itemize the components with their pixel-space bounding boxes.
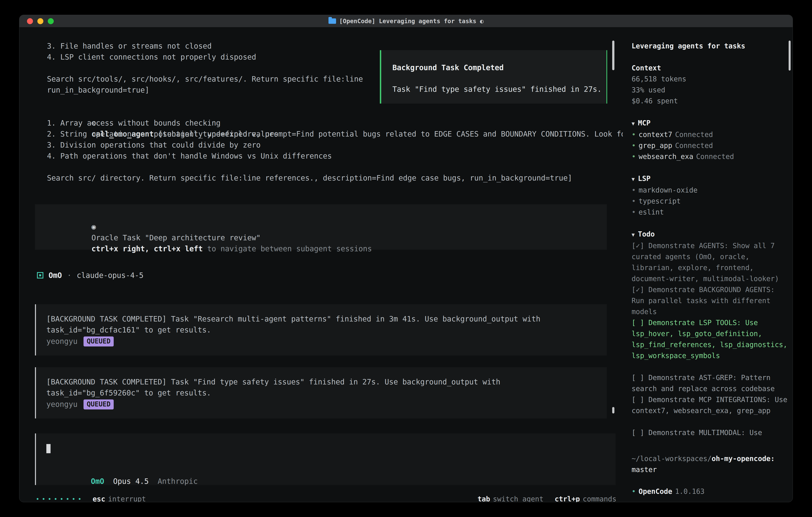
lsp-server-name: eslint (639, 208, 664, 216)
lsp-server-name: markdown-oxide (639, 186, 697, 194)
traffic-lights (27, 18, 54, 24)
toast-body: Task "Find type safety issues" finished … (393, 84, 606, 95)
commands-action-label: commands (583, 495, 616, 502)
mcp-server-status: Connected (696, 153, 734, 161)
mcp-item: •context7Connected (632, 129, 789, 140)
statusbar-right: tab switch agent ctrl+p commands (477, 495, 616, 502)
session-sidebar: Leveraging agents for tasks Context 66,5… (623, 27, 793, 502)
status-bar: •••••••• esc interrupt tab switch agent … (19, 494, 623, 502)
oracle-subagent-panel[interactable]: ◉ Oracle Task "Deep architecture review"… (35, 204, 607, 250)
bullet-icon: • (632, 487, 636, 495)
agent-square-icon (37, 272, 44, 278)
mcp-server-name: context7 (639, 131, 672, 139)
bullet-icon: • (632, 186, 636, 194)
esc-hint: esc interrupt (93, 495, 146, 502)
prompt-input[interactable]: OmO Opus 4.5 Anthropic (35, 433, 616, 485)
text-cursor (46, 444, 51, 453)
log-line: 1. Array access without bounds checking (47, 117, 623, 129)
titlebar: [OpenCode] Leveraging agents for tasks ◐ (19, 15, 793, 27)
mcp-server-status: Connected (675, 131, 713, 139)
folder-icon (328, 19, 336, 24)
todo-item-pending: [ ] Demonstrate AST-GREP: Pattern search… (632, 372, 789, 394)
input-model-name: Opus 4.5 (113, 477, 149, 486)
input-agent-name: OmO (91, 477, 104, 486)
todo-section-heading[interactable]: ▼Todo (632, 229, 789, 240)
tab-action-label: switch agent (493, 495, 544, 502)
sidebar-scrollbar-thumb[interactable] (789, 40, 791, 71)
session-title: Leveraging agents for tasks (632, 40, 789, 52)
bullet-icon: • (632, 153, 636, 161)
message-line: [BACKGROUND TASK COMPLETED] Task "Find t… (46, 377, 607, 387)
mcp-item: •websearch_exaConnected (632, 151, 789, 162)
tab-key-label: tab (477, 495, 490, 502)
todo-item-pending: [ ] Demonstrate MCP INTEGRATIONS: Use co… (632, 394, 789, 416)
spacer-line (47, 221, 607, 232)
message-author: yeongyu (46, 335, 78, 348)
log-line: 3. Division operations that could divide… (47, 140, 623, 151)
lsp-item: •typescript (632, 196, 789, 207)
chat-area: 3. File handles or streams not closed 4.… (19, 27, 623, 502)
input-meta-row: OmO Opus 4.5 Anthropic (46, 465, 616, 476)
message-line: task_id="bg_dcfac161" to get results. (46, 324, 607, 335)
agent-separator: · (67, 271, 71, 280)
chat-scrollbar-end-marker[interactable] (612, 407, 614, 413)
app-name: OpenCode (639, 487, 672, 495)
queued-message: [BACKGROUND TASK COMPLETED] Task "Resear… (35, 304, 607, 355)
lsp-item: •markdown-oxide (632, 185, 789, 196)
ctrlp-key-label: ctrl+p (555, 495, 580, 502)
lsp-section-heading[interactable]: ▼LSP (632, 173, 789, 185)
close-button[interactable] (27, 18, 33, 24)
todo-heading-label: Todo (638, 230, 655, 238)
oracle-task-title: Oracle Task "Deep architecture review" (91, 234, 261, 242)
message-line: [BACKGROUND TASK COMPLETED] Task "Resear… (46, 314, 607, 324)
shortcut-keys: ctrl+x right, ctrl+x left (91, 245, 203, 253)
log-line (47, 162, 623, 172)
context-used: 33% used (632, 85, 789, 96)
mcp-server-name: grep_app (639, 141, 672, 149)
message-meta-row: yeongyu QUEUED (46, 399, 607, 410)
shortcut-description: to navigate between subagent sessions (203, 245, 372, 253)
minimize-button[interactable] (37, 18, 44, 24)
content-area: 3. File handles or streams not closed 4.… (19, 27, 793, 502)
context-tokens: 66,518 tokens (632, 74, 789, 85)
app-version-row: •OpenCode1.0.163 (632, 486, 789, 497)
chevron-down-icon: ▼ (632, 176, 635, 182)
message-line: task_id="bg_6f59260c" to get results. (46, 387, 607, 399)
lsp-heading-label: LSP (638, 174, 650, 183)
input-provider-name: Anthropic (157, 477, 198, 486)
mcp-server-status: Connected (675, 141, 713, 149)
log-line: 4. Path operations that don't handle Win… (47, 151, 623, 162)
zoom-button[interactable] (48, 18, 54, 24)
log-line: Search src/ directory. Return specific f… (47, 172, 623, 184)
app-version: 1.0.163 (675, 487, 705, 495)
oracle-session-icon: ◉ (91, 222, 96, 231)
spacer (632, 162, 789, 173)
bullet-icon: • (632, 208, 636, 216)
esc-action-label: interrupt (108, 495, 146, 502)
tool-call-line: ⚙ call_omo_agent[subagent_type=explore, … (47, 107, 623, 117)
working-spinner-dots: •••••••• (36, 496, 84, 502)
context-heading: Context (632, 62, 789, 74)
status-badge: QUEUED (84, 400, 114, 409)
window-title-text: [OpenCode] Leveraging agents for tasks ◐ (339, 18, 484, 25)
toast-title: Background Task Completed (393, 62, 606, 73)
commands-hint: ctrl+p commands (555, 495, 616, 502)
git-branch: master (632, 464, 789, 475)
todo-item-done: [✓] Demonstrate AGENTS: Show all 7 curat… (632, 240, 789, 284)
workspace-path: ~/local-workspaces/oh-my-opencode: maste… (632, 453, 789, 475)
spacer (632, 107, 789, 117)
background-task-toast: Background Task Completed Task "Find typ… (380, 50, 607, 104)
message-meta-row: yeongyu QUEUED (46, 335, 607, 348)
esc-key-label: esc (93, 495, 105, 502)
todo-item-done: [✓] Demonstrate BACKGROUND AGENTS: Run p… (632, 284, 789, 317)
mcp-section-heading[interactable]: ▼MCP (632, 117, 789, 129)
bullet-icon: • (632, 197, 636, 205)
tab-hint: tab switch agent (477, 495, 544, 502)
bullet-icon: • (632, 141, 636, 149)
todo-item-pending: [ ] Demonstrate MULTIMODAL: Use (632, 427, 789, 438)
chat-scrollbar-thumb[interactable] (612, 40, 614, 70)
todo-item-active: [ ] Demonstrate LSP TOOLS: Use lsp_hover… (632, 317, 789, 361)
spacer (632, 52, 789, 62)
mcp-item: •grep_appConnected (632, 140, 789, 151)
workspace-dir: ~/local-workspaces/ (632, 455, 712, 463)
